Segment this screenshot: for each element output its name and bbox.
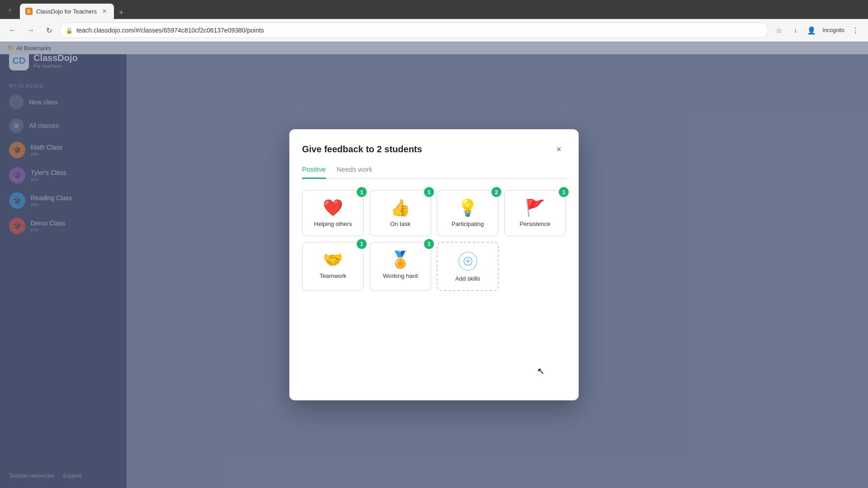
skill-add-skills[interactable]: Add skills (437, 242, 499, 291)
helping-others-icon: ❤️ (323, 200, 343, 216)
persistence-icon: 🚩 (525, 200, 545, 216)
add-skills-icon (458, 252, 477, 271)
toolbar-actions: ☆ ↓ 👤 Incognito ⋮ (772, 23, 863, 38)
browser-chrome: ‹ D ClassDojo for Teachers ✕ + ← → ↻ 🔒 t… (0, 0, 868, 42)
forward-button[interactable]: → (24, 23, 38, 38)
participating-icon: 💡 (458, 200, 478, 216)
working-hard-badge: 1 (423, 238, 435, 250)
reload-button[interactable]: ↻ (42, 23, 56, 38)
on-task-label: On task (390, 221, 410, 228)
modal-tabs: Positive Needs work (302, 165, 566, 179)
new-tab-button[interactable]: + (115, 6, 127, 19)
lock-icon: 🔒 (66, 27, 73, 34)
modal-overlay[interactable]: Give feedback to 2 students × Positive N… (0, 42, 868, 488)
download-button[interactable]: ↓ (788, 23, 802, 38)
bookmark-button[interactable]: ☆ (772, 23, 786, 38)
incognito-label: Incognito (822, 27, 844, 33)
skill-grid: 1 ❤️ Helping others 1 👍 On task 2 💡 Part… (302, 190, 566, 291)
modal-close-button[interactable]: × (552, 142, 566, 156)
skill-persistence[interactable]: 1 🚩 Persistence (504, 190, 566, 236)
nav-back-button[interactable]: ‹ (4, 4, 16, 16)
participating-label: Participating (452, 221, 484, 228)
skill-teamwork[interactable]: 1 🤝 Teamwork (302, 242, 364, 291)
participating-badge: 2 (491, 186, 502, 198)
tab-positive[interactable]: Positive (302, 165, 326, 179)
on-task-badge: 1 (423, 186, 435, 198)
skill-on-task[interactable]: 1 👍 On task (369, 190, 431, 236)
teamwork-label: Teamwork (320, 272, 346, 280)
tab-needs-work[interactable]: Needs work (337, 165, 373, 179)
on-task-icon: 👍 (390, 200, 410, 216)
skill-participating[interactable]: 2 💡 Participating (437, 190, 499, 236)
helping-others-badge: 1 (356, 186, 368, 198)
add-skills-label: Add skills (455, 275, 480, 283)
skill-helping-others[interactable]: 1 ❤️ Helping others (302, 190, 364, 236)
tab-close-button[interactable]: ✕ (100, 7, 108, 15)
working-hard-icon: 🏅 (390, 252, 410, 268)
modal-header: Give feedback to 2 students × (302, 142, 566, 156)
back-button[interactable]: ← (5, 23, 20, 38)
teamwork-icon: 🤝 (323, 252, 343, 268)
url-text: teach.classdojo.com/#/classes/65974c810c… (76, 27, 762, 34)
menu-button[interactable]: ⋮ (848, 23, 863, 38)
modal-title: Give feedback to 2 students (302, 144, 422, 155)
profile-button[interactable]: 👤 (804, 23, 819, 38)
browser-toolbar: ← → ↻ 🔒 teach.classdojo.com/#/classes/65… (0, 19, 868, 42)
working-hard-label: Working hard (383, 272, 418, 280)
feedback-modal: Give feedback to 2 students × Positive N… (289, 129, 579, 400)
tab-favicon: D (25, 8, 33, 15)
active-tab[interactable]: D ClassDojo for Teachers ✕ (20, 4, 114, 19)
address-bar[interactable]: 🔒 teach.classdojo.com/#/classes/65974c81… (60, 23, 768, 38)
skill-working-hard[interactable]: 1 🏅 Working hard (369, 242, 431, 291)
persistence-label: Persistence (520, 221, 551, 228)
teamwork-badge: 1 (356, 238, 368, 250)
page-background: CD ClassDojo For teachers My Classes ➕ N… (0, 42, 868, 488)
tab-label: ClassDojo for Teachers (36, 8, 97, 15)
persistence-badge: 1 (558, 186, 570, 198)
helping-others-label: Helping others (314, 221, 352, 228)
